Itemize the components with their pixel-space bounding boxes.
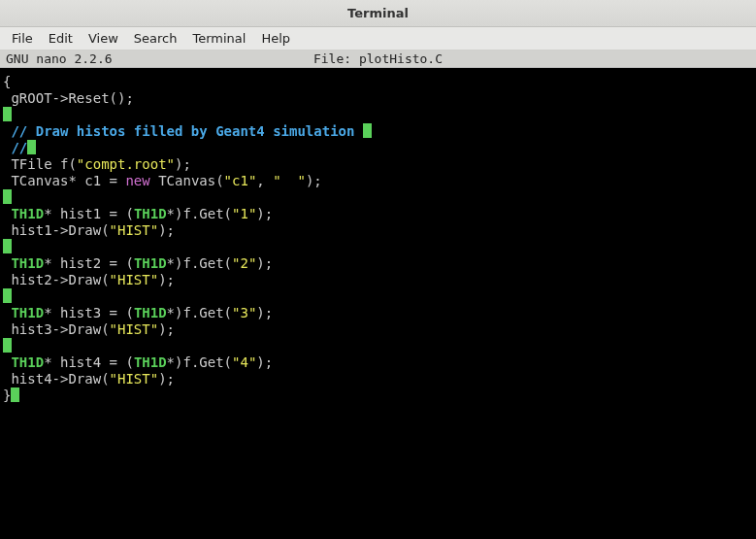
menu-search[interactable]: Search xyxy=(126,29,185,48)
code-line xyxy=(2,288,754,305)
code-line xyxy=(2,338,754,354)
code-line: gROOT->Reset(); xyxy=(2,90,754,107)
nano-version: GNU nano 2.2.6 xyxy=(0,51,113,66)
code-line: TH1D* hist4 = (TH1D*)f.Get("4"); xyxy=(2,354,754,371)
code-line: { xyxy=(2,74,754,90)
menu-terminal[interactable]: Terminal xyxy=(184,29,253,48)
code-line: TH1D* hist1 = (TH1D*)f.Get("1"); xyxy=(2,206,754,222)
code-line xyxy=(2,189,754,206)
code-line: TFile f("compt.root"); xyxy=(2,156,754,173)
nano-status-bar: GNU nano 2.2.6 File: plotHisto.C xyxy=(0,51,756,68)
code-line: // xyxy=(2,140,754,156)
code-line: // Draw histos filled by Geant4 simulati… xyxy=(2,123,754,140)
menu-file[interactable]: File xyxy=(4,29,41,48)
code-line xyxy=(2,239,754,255)
editor-area[interactable]: { gROOT->Reset(); // Draw histos filled … xyxy=(0,68,756,539)
code-line: hist4->Draw("HIST"); xyxy=(2,371,754,387)
code-line: hist1->Draw("HIST"); xyxy=(2,222,754,239)
code-line: hist3->Draw("HIST"); xyxy=(2,321,754,338)
code-line: } xyxy=(2,387,754,404)
nano-file-name: File: plotHisto.C xyxy=(243,51,514,66)
code-line: TH1D* hist2 = (TH1D*)f.Get("2"); xyxy=(2,255,754,272)
menu-view[interactable]: View xyxy=(81,29,126,48)
window-title-bar: Terminal xyxy=(0,0,756,27)
menu-help[interactable]: Help xyxy=(253,29,298,48)
code-line xyxy=(2,107,754,123)
code-line: TH1D* hist3 = (TH1D*)f.Get("3"); xyxy=(2,305,754,321)
window-title: Terminal xyxy=(347,6,409,20)
menu-edit[interactable]: Edit xyxy=(41,29,81,48)
menu-bar: File Edit View Search Terminal Help xyxy=(0,27,756,51)
code-line: hist2->Draw("HIST"); xyxy=(2,272,754,288)
code-line: TCanvas* c1 = new TCanvas("c1", " "); xyxy=(2,173,754,189)
